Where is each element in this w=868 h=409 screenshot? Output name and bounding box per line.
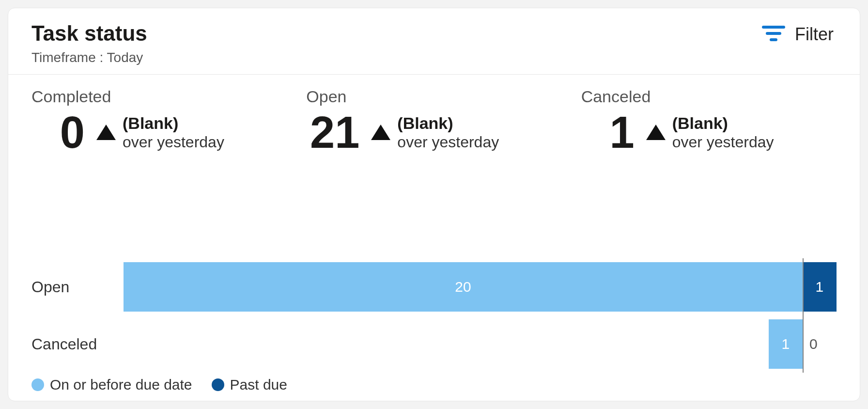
kpi-row: Completed 0 (Blank) over yesterday Open …: [8, 75, 860, 159]
chart-row: Canceled10: [31, 315, 837, 373]
trend-up-icon: [96, 125, 116, 140]
svg-rect-2: [770, 38, 777, 41]
kpi-delta-value: (Blank): [123, 114, 224, 133]
kpi-delta: (Blank) over yesterday: [646, 114, 774, 151]
svg-rect-1: [766, 32, 781, 35]
legend-item-on-or-before[interactable]: On or before due date: [31, 377, 192, 393]
card-subtitle: Timeframe : Today: [31, 50, 147, 65]
legend-swatch: [31, 378, 44, 391]
kpi-value: 1: [581, 110, 635, 155]
filter-icon: [761, 24, 786, 45]
bar-segment[interactable]: 1: [769, 319, 803, 369]
chart-bars: 10: [124, 315, 837, 373]
kpi-delta: (Blank) over yesterday: [371, 114, 499, 151]
task-status-card: Task status Timeframe : Today Filter Com…: [8, 8, 860, 401]
kpi-delta-value: (Blank): [672, 114, 774, 133]
chart-axis-line: [803, 315, 804, 373]
kpi-delta-value: (Blank): [397, 114, 499, 133]
kpi-value: 21: [306, 110, 359, 155]
bar-segment[interactable]: 1: [803, 262, 837, 312]
chart-row: Open201: [31, 258, 837, 315]
kpi-label: Open: [306, 87, 561, 106]
bar-value-label: 0: [809, 336, 818, 352]
legend-swatch: [212, 378, 224, 391]
chart-bars: 201: [124, 258, 837, 315]
title-block: Task status Timeframe : Today: [31, 22, 147, 65]
svg-rect-0: [762, 26, 785, 29]
chart-category-label: Open: [31, 278, 124, 296]
kpi-open[interactable]: Open 21 (Blank) over yesterday: [306, 87, 561, 155]
chart-category-label: Canceled: [31, 335, 124, 353]
stacked-bar-chart: Open201Canceled10: [31, 258, 837, 373]
trend-up-icon: [371, 125, 390, 140]
kpi-delta-caption: over yesterday: [123, 133, 224, 151]
filter-label: Filter: [795, 24, 834, 45]
chart-legend: On or before due date Past due: [31, 375, 837, 397]
kpi-label: Canceled: [581, 87, 837, 106]
trend-up-icon: [646, 125, 666, 140]
filter-button[interactable]: Filter: [758, 22, 837, 47]
legend-label: Past due: [230, 377, 287, 393]
legend-label: On or before due date: [50, 377, 192, 393]
kpi-completed[interactable]: Completed 0 (Blank) over yesterday: [31, 87, 287, 155]
legend-item-past-due[interactable]: Past due: [212, 377, 287, 393]
kpi-delta-caption: over yesterday: [397, 133, 499, 151]
bar-segment[interactable]: 20: [124, 262, 803, 312]
chart-axis-line: [803, 258, 804, 315]
kpi-delta: (Blank) over yesterday: [96, 114, 224, 151]
kpi-delta-caption: over yesterday: [672, 133, 774, 151]
kpi-value: 0: [31, 110, 85, 155]
kpi-label: Completed: [31, 87, 287, 106]
kpi-canceled[interactable]: Canceled 1 (Blank) over yesterday: [581, 87, 837, 155]
chart-area: Open201Canceled10 On or before due date …: [8, 159, 860, 401]
card-title: Task status: [31, 22, 147, 45]
card-header: Task status Timeframe : Today Filter: [8, 8, 860, 75]
